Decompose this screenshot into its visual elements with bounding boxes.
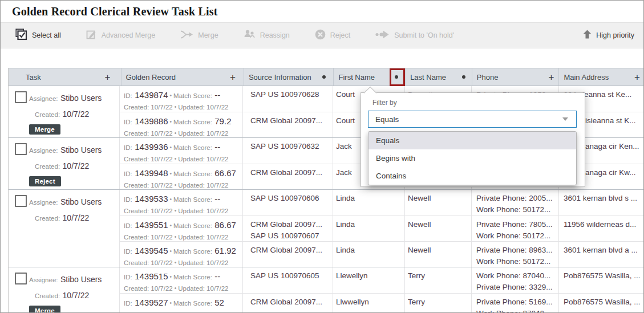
reject-button[interactable]: Reject — [315, 29, 350, 42]
select-all-checkbox-icon — [15, 29, 27, 43]
chevron-down-icon — [562, 117, 568, 121]
merge-button[interactable]: Merge — [180, 29, 218, 42]
add-column-icon[interactable]: + — [230, 72, 236, 82]
row-checkbox[interactable] — [15, 195, 27, 207]
column-header-task[interactable]: Task + — [9, 68, 121, 86]
select-all-label: Select all — [32, 31, 61, 39]
row-checkbox[interactable] — [15, 143, 27, 155]
first-name-cell: Linda — [333, 216, 404, 241]
record-row[interactable]: ID: 1439515•Match Score: -- Created: 10/… — [119, 267, 643, 293]
submit-on-hold-button[interactable]: Submit to 'On hold' — [375, 29, 454, 42]
reassign-label: Reassign — [260, 31, 290, 39]
filter-dot-icon[interactable] — [395, 75, 398, 79]
row-checkbox[interactable] — [15, 91, 27, 103]
filter-dot-icon[interactable] — [462, 75, 465, 79]
page-title: Golden Record Clerical Review Task List — [12, 5, 218, 18]
source-cell: SAP US 100970605 — [242, 267, 333, 293]
reassign-button[interactable]: Reassign — [244, 29, 290, 42]
column-header-main-address[interactable]: Main Address + — [558, 68, 643, 86]
last-name-cell: Terry — [404, 267, 471, 293]
address-cell: Pob876575 Wasilla, ... — [558, 267, 643, 293]
toolbar: Select all Advanced Merge Merge Reassign… — [1, 22, 643, 48]
select-all-button[interactable]: Select all — [15, 29, 61, 43]
golden-record-cell: ID: 1439936•Match Score: -- Created: 10/… — [119, 138, 242, 164]
phone-cell: Private Phone: 8963...Work Phone: 50172.… — [471, 242, 558, 267]
address-cell: 3601 kernan blvd s ... — [558, 190, 643, 216]
source-cell: SAP US 100970632 — [242, 138, 333, 164]
task-cell: Assignee: Stibo Users Created: 10/7/22 M… — [9, 267, 119, 312]
advanced-merge-button[interactable]: Advanced Merge — [86, 29, 156, 42]
row-checkbox[interactable] — [15, 273, 27, 284]
reassign-icon — [244, 29, 256, 42]
option-contains[interactable]: Contains — [368, 167, 576, 185]
column-header-golden-record[interactable]: Golden Record + — [121, 68, 244, 86]
first-name-cell: Linda — [333, 242, 404, 267]
source-cell: CRM Global 20097... — [242, 294, 333, 312]
merge-label: Merge — [198, 31, 218, 39]
phone-cell: Work Phone: 87040...Private Phone: 3329.… — [471, 267, 558, 293]
last-name-cell: Newell — [404, 190, 471, 216]
source-cell: CRM Global 20097... — [242, 112, 333, 137]
merge-icon — [180, 29, 193, 42]
column-header-first-name[interactable]: First Name — [333, 68, 405, 86]
filter-popup: Filter by Equals Equals Begins with Cont… — [361, 92, 585, 187]
address-cell: 3601 kernan blvd a ... — [558, 242, 643, 267]
high-priority-label: High priority — [596, 31, 634, 39]
source-cell: CRM Global 20097... — [242, 242, 333, 267]
created-value: 10/7/22 — [63, 109, 90, 119]
task-cell: Assignee: Stibo Users Created: 10/7/22 — [9, 190, 119, 267]
column-header-source-information[interactable]: Source Information — [244, 68, 334, 86]
phone-cell: Private Phone: 5169...Work Phone: 87040.… — [471, 294, 558, 312]
record-row[interactable]: ID: 1439533•Match Score: -- Created: 10/… — [119, 190, 643, 216]
filter-operator-select[interactable]: Equals — [368, 111, 577, 128]
option-equals[interactable]: Equals — [368, 132, 576, 149]
last-name-cell: Terry — [404, 294, 471, 312]
status-badge: Reject — [29, 176, 61, 186]
table-header-row: Task + Golden Record + Source Informatio… — [9, 68, 643, 86]
record-row[interactable]: ID: 1439527•Match Score: 52 Created: 10/… — [119, 293, 643, 312]
app-window: Golden Record Clerical Review Task List … — [0, 0, 644, 313]
task-group: Assignee: Stibo Users Created: 10/7/22 M… — [9, 267, 643, 312]
created-value: 10/7/22 — [63, 213, 90, 222]
reject-icon — [315, 29, 326, 42]
high-priority-button[interactable]: High priority — [583, 30, 634, 41]
reject-label: Reject — [330, 31, 350, 39]
golden-record-cell: ID: 1439886•Match Score: 79.2 Created: 1… — [119, 112, 242, 137]
golden-record-cell: ID: 1439948•Match Score: 66.67 Created: … — [119, 164, 242, 189]
add-column-icon[interactable]: + — [105, 72, 111, 82]
add-column-icon[interactable]: + — [548, 72, 554, 82]
task-cell: Assignee: Stibo Users Created: 10/7/22 M… — [9, 86, 119, 137]
last-name-cell: Newell — [404, 242, 471, 267]
address-cell: Pob876575 Wasilla, ... — [558, 294, 643, 312]
source-cell: SAP US 100970628 — [242, 86, 333, 112]
option-begins-with[interactable]: Begins with — [368, 149, 576, 167]
add-column-icon[interactable]: + — [634, 72, 640, 82]
filter-dot-icon[interactable] — [322, 75, 326, 79]
status-badge: Merge — [29, 306, 60, 312]
golden-record-cell: ID: 1439551•Match Score: 86.67 Created: … — [119, 216, 242, 241]
filter-operator-value: Equals — [375, 115, 399, 124]
golden-record-cell: ID: 1439874•Match Score: -- Created: 10/… — [119, 86, 242, 112]
record-row[interactable]: ID: 1439545•Match Score: 61.92 Created: … — [119, 241, 643, 267]
golden-record-cell: ID: 1439545•Match Score: 61.92 Created: … — [119, 242, 242, 267]
high-priority-arrow-icon — [583, 30, 592, 41]
source-cell: CRM Global 20097...SAP US 100970607 — [242, 216, 333, 241]
assignee-value: Stibo Users — [60, 197, 102, 206]
golden-record-cell: ID: 1439533•Match Score: -- Created: 10/… — [119, 190, 242, 216]
submit-arrow-icon — [375, 29, 390, 42]
phone-cell: Private Phone: 7805...Work Phone: 50172.… — [471, 216, 558, 241]
phone-cell: Private Phone: 2005...Work Phone: 50172.… — [471, 190, 558, 216]
created-value: 10/7/22 — [63, 291, 90, 300]
first-name-cell: Llewellyn — [333, 267, 404, 293]
column-header-last-name[interactable]: Last Name — [405, 68, 472, 86]
status-badge: Merge — [29, 124, 60, 135]
title-bar: Golden Record Clerical Review Task List — [1, 1, 643, 22]
address-cell: 11956 wilderneas d... — [558, 216, 643, 241]
created-value: 10/7/22 — [63, 161, 90, 170]
advanced-merge-label: Advanced Merge — [102, 31, 156, 39]
column-header-phone[interactable]: Phone + — [472, 68, 559, 86]
assignee-value: Stibo Users — [60, 94, 102, 103]
submit-on-hold-label: Submit to 'On hold' — [394, 31, 454, 39]
task-group: Assignee: Stibo Users Created: 10/7/22 I… — [9, 189, 643, 267]
record-row[interactable]: ID: 1439551•Match Score: 86.67 Created: … — [119, 216, 643, 241]
